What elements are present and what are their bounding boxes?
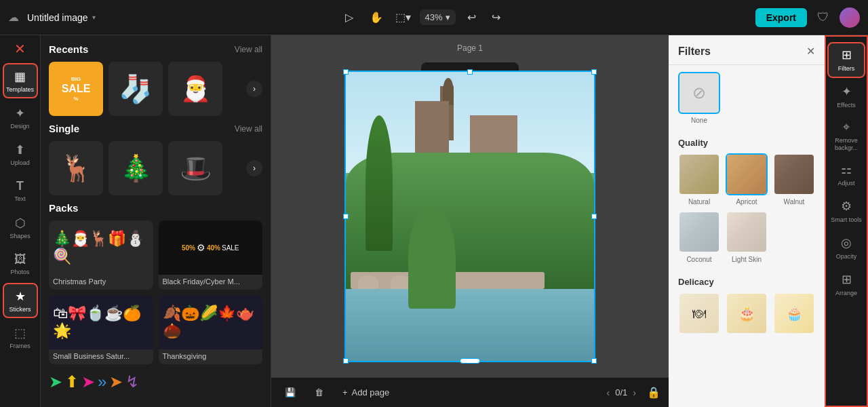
resize-handle-mr[interactable] (591, 214, 597, 219)
single-nav-arrow[interactable]: › (246, 160, 262, 176)
recents-view-all[interactable]: View all (235, 45, 262, 54)
export-button[interactable]: Export (755, 8, 807, 27)
arrow-yellow[interactable]: ⬆ (65, 372, 79, 391)
resize-handle-tr[interactable] (591, 69, 597, 75)
resize-handle-bl[interactable] (343, 358, 349, 364)
filter-lightskin-label: Light Skin (732, 256, 762, 263)
sidebar-item-frames[interactable]: ⬚ Frames (3, 319, 38, 355)
filter-delicacy-3[interactable]: 🧁 (773, 292, 815, 334)
undo-button[interactable]: ↩ (461, 7, 483, 28)
right-tool-filters[interactable]: ⊞ Filters (827, 42, 865, 78)
sidebar-item-shapes[interactable]: ⬡ Shapes (3, 210, 38, 245)
add-page-btn[interactable]: + Add page (337, 385, 395, 400)
file-dropdown-icon: ▾ (92, 14, 96, 21)
shield-icon[interactable]: 🛡 (812, 7, 834, 28)
zoom-level: 43% (425, 12, 443, 22)
filters-title: Filters (678, 45, 711, 58)
pack-thanksgiving[interactable]: 🍂🎃🌽🍁🫖🌰 Thanksgiving (159, 295, 263, 364)
pack-smallbiz-thumb: 🛍🎀🍵☕🍊🌟 (49, 295, 153, 349)
filter-natural[interactable]: Natural (678, 153, 720, 206)
save-icon: 💾 (285, 387, 296, 398)
prev-page-btn[interactable]: ‹ (607, 387, 610, 398)
delicacy-title: Delicacy (678, 277, 815, 287)
recents-nav-arrow[interactable]: › (246, 81, 262, 97)
arrange-tool-icon: ⊞ (842, 272, 852, 287)
zoom-selector[interactable]: 43% ▾ (420, 9, 456, 25)
filter-delicacy-1[interactable]: 🍽 (678, 292, 720, 334)
filter-coconut[interactable]: Coconut (678, 211, 720, 263)
lock-btn[interactable]: 🔒 (647, 386, 660, 399)
file-name-area[interactable]: Untitled image ▾ (27, 12, 96, 23)
quality-title: Quality (678, 138, 815, 148)
sticker-thumb-sale[interactable]: BIG SALE % (49, 62, 103, 116)
next-page-btn[interactable]: › (633, 387, 636, 398)
right-tool-smart[interactable]: ⚙ Smart tools (827, 193, 865, 229)
sticker-hat[interactable]: 🎩 (168, 141, 222, 195)
sidebar-label-templates: Templates (6, 86, 34, 93)
pointer-tool[interactable]: ▷ (338, 7, 360, 28)
pack-blackfriday[interactable]: 50% ⚙ 40% SALE Black Friday/Cyber M... (159, 220, 263, 290)
arrow-purple[interactable]: ↯ (125, 372, 139, 391)
right-tool-arrange[interactable]: ⊞ Arrange (827, 267, 865, 302)
sidebar-label-photos: Photos (10, 269, 29, 275)
opacity-tool-icon: ◎ (841, 235, 852, 250)
filter-delicacy-2[interactable]: 🎂 (726, 292, 768, 334)
arrow-blue[interactable]: » (98, 372, 106, 391)
resize-handle-bm[interactable] (460, 358, 480, 364)
sticker-tree[interactable]: 🎄 (108, 141, 163, 195)
single-view-all[interactable]: View all (235, 124, 262, 134)
pack-christmas-label: Christmas Party (49, 275, 153, 290)
sidebar-item-stickers[interactable]: ★ Stickers (3, 283, 38, 318)
delete-btn[interactable]: 🗑 (309, 385, 329, 400)
filter-delicacy-2-thumb: 🎂 (726, 292, 768, 334)
pack-blackfriday-label: Black Friday/Cyber M... (159, 275, 263, 290)
filter-lightskin[interactable]: Light Skin (726, 211, 768, 263)
upload-icon: ⬆ (15, 142, 25, 157)
sidebar-item-text[interactable]: T Text (3, 173, 38, 208)
sidebar-item-upload[interactable]: ⬆ Upload (3, 136, 38, 172)
filter-apricot[interactable]: Apricot (726, 153, 768, 206)
arrow-green[interactable]: ➤ (49, 372, 62, 391)
canvas-workspace[interactable]: Page 1 ⊡ ⊞ ⟳ ··· (271, 35, 669, 377)
save-to-cloud-btn[interactable]: 💾 (279, 385, 301, 400)
pack-smallbiz[interactable]: 🛍🎀🍵☕🍊🌟 Small Business Satur... (49, 295, 153, 364)
filter-walnut[interactable]: Walnut (773, 153, 815, 206)
resize-handle-tl[interactable] (343, 69, 349, 75)
filter-none-thumb: ⊘ (678, 72, 720, 114)
sticker-reindeer[interactable]: 🦌 (49, 141, 103, 195)
sidebar-item-photos[interactable]: 🖼 Photos (3, 246, 38, 282)
page-label: Page 1 (457, 43, 483, 53)
right-tool-effects[interactable]: ✦ Effects (827, 79, 865, 115)
adjust-tool-label: Adjust (837, 180, 854, 187)
right-tool-opacity[interactable]: ◎ Opacity (827, 230, 865, 265)
app-logo[interactable]: ✕ (14, 41, 26, 57)
sidebar-item-templates[interactable]: ▦ Templates (3, 63, 38, 98)
hand-tool[interactable]: ✋ (366, 7, 387, 28)
sticker-thumb-sock[interactable]: 🧦 (108, 62, 163, 116)
arrow-orange[interactable]: ➤ (109, 372, 123, 391)
user-avatar[interactable] (840, 7, 860, 28)
right-tool-adjust[interactable]: ⚏ Adjust (827, 157, 865, 192)
pack-christmas[interactable]: 🎄🎅🦌🎁⛄🍭 Christmas Party (49, 220, 153, 290)
templates-icon: ▦ (14, 69, 26, 84)
filters-close-btn[interactable]: ✕ (806, 45, 815, 58)
redo-button[interactable]: ↪ (486, 7, 507, 28)
image-frame[interactable] (344, 71, 595, 362)
pack-christmas-thumb: 🎄🎅🦌🎁⛄🍭 (49, 220, 153, 275)
right-tools-panel: ⊞ Filters ✦ Effects ⌖ Remove backgr... ⚏… (825, 35, 868, 407)
resize-handle-tm[interactable] (467, 69, 473, 75)
filter-none[interactable]: ⊘ None (678, 72, 720, 124)
page-count: 0/1 (615, 387, 627, 398)
filter-delicacy-1-thumb: 🍽 (678, 292, 720, 334)
right-tool-remove-bg[interactable]: ⌖ Remove backgr... (827, 116, 865, 156)
recents-panel: Recents View all BIG SALE % 🧦 (41, 35, 271, 407)
packs-header: Packs (49, 202, 262, 214)
frame-tool[interactable]: ⬚▾ (393, 7, 414, 28)
resize-handle-ml[interactable] (343, 214, 349, 219)
sidebar-item-design[interactable]: ✦ Design (3, 100, 38, 135)
packs-title: Packs (49, 202, 78, 214)
arrow-pink[interactable]: ➤ (81, 372, 95, 391)
filter-natural-thumb (678, 153, 720, 195)
resize-handle-br[interactable] (591, 358, 597, 364)
sticker-thumb-santa[interactable]: 🎅 (168, 62, 222, 116)
